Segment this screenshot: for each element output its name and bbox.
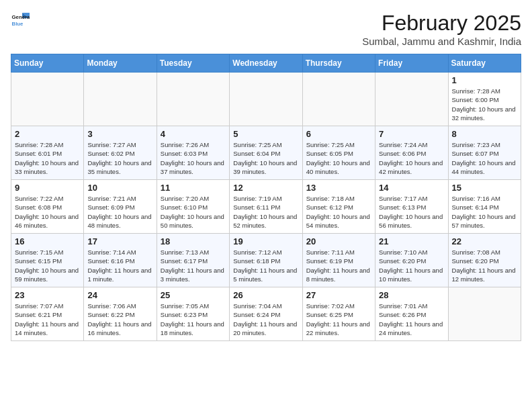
weekday-header: Monday [84, 54, 157, 73]
day-info: Sunrise: 7:12 AM Sunset: 6:18 PM Dayligh… [233, 248, 298, 283]
day-number: 10 [87, 183, 152, 193]
day-number: 23 [15, 290, 80, 300]
svg-text:Blue: Blue [12, 21, 24, 27]
day-info: Sunrise: 7:11 AM Sunset: 6:19 PM Dayligh… [306, 248, 371, 283]
calendar-cell: 15Sunrise: 7:16 AM Sunset: 6:14 PM Dayli… [448, 180, 521, 234]
day-info: Sunrise: 7:26 AM Sunset: 6:03 PM Dayligh… [161, 140, 226, 176]
calendar-cell [448, 287, 521, 341]
day-info: Sunrise: 7:10 AM Sunset: 6:20 PM Dayligh… [379, 248, 444, 283]
calendar-cell: 27Sunrise: 7:02 AM Sunset: 6:25 PM Dayli… [302, 287, 375, 341]
calendar-cell: 28Sunrise: 7:01 AM Sunset: 6:26 PM Dayli… [375, 287, 448, 341]
calendar-cell [11, 73, 84, 126]
calendar-cell [84, 73, 157, 126]
day-number: 20 [306, 236, 371, 246]
calendar-week-row: 9Sunrise: 7:22 AM Sunset: 6:08 PM Daylig… [11, 180, 521, 234]
calendar-cell [230, 73, 302, 126]
calendar-cell: 8Sunrise: 7:23 AM Sunset: 6:07 PM Daylig… [448, 126, 521, 180]
day-info: Sunrise: 7:19 AM Sunset: 6:11 PM Dayligh… [233, 194, 298, 230]
weekday-header: Wednesday [230, 54, 302, 73]
day-info: Sunrise: 7:22 AM Sunset: 6:08 PM Dayligh… [15, 194, 80, 230]
calendar-cell: 12Sunrise: 7:19 AM Sunset: 6:11 PM Dayli… [230, 180, 302, 234]
day-info: Sunrise: 7:25 AM Sunset: 6:05 PM Dayligh… [306, 140, 371, 176]
day-info: Sunrise: 7:20 AM Sunset: 6:10 PM Dayligh… [161, 194, 226, 230]
calendar-cell [375, 73, 448, 126]
day-number: 14 [379, 183, 444, 193]
weekday-header: Saturday [448, 54, 521, 73]
day-number: 9 [15, 183, 80, 193]
day-info: Sunrise: 7:05 AM Sunset: 6:23 PM Dayligh… [161, 302, 226, 337]
calendar-cell: 18Sunrise: 7:13 AM Sunset: 6:17 PM Dayli… [157, 234, 229, 287]
day-info: Sunrise: 7:01 AM Sunset: 6:26 PM Dayligh… [379, 302, 444, 337]
calendar-cell: 13Sunrise: 7:18 AM Sunset: 6:12 PM Dayli… [302, 180, 375, 234]
day-info: Sunrise: 7:23 AM Sunset: 6:07 PM Dayligh… [452, 140, 517, 176]
calendar-cell: 21Sunrise: 7:10 AM Sunset: 6:20 PM Dayli… [375, 234, 448, 287]
day-info: Sunrise: 7:18 AM Sunset: 6:12 PM Dayligh… [306, 194, 371, 230]
weekday-header: Thursday [302, 54, 375, 73]
day-number: 2 [15, 129, 80, 139]
day-info: Sunrise: 7:15 AM Sunset: 6:15 PM Dayligh… [15, 248, 80, 283]
calendar-cell: 6Sunrise: 7:25 AM Sunset: 6:05 PM Daylig… [302, 126, 375, 180]
day-number: 21 [379, 236, 444, 246]
day-number: 18 [161, 236, 226, 246]
day-number: 24 [87, 290, 152, 300]
day-info: Sunrise: 7:27 AM Sunset: 6:02 PM Dayligh… [87, 140, 152, 176]
calendar-cell: 4Sunrise: 7:26 AM Sunset: 6:03 PM Daylig… [157, 126, 229, 180]
day-number: 17 [87, 236, 152, 246]
calendar-cell [157, 73, 229, 126]
calendar-cell: 26Sunrise: 7:04 AM Sunset: 6:24 PM Dayli… [230, 287, 302, 341]
day-number: 5 [233, 129, 298, 139]
svg-text:General: General [12, 14, 30, 20]
calendar-week-row: 1Sunrise: 7:28 AM Sunset: 6:00 PM Daylig… [11, 73, 521, 126]
day-info: Sunrise: 7:04 AM Sunset: 6:24 PM Dayligh… [233, 302, 298, 337]
day-number: 25 [161, 290, 226, 300]
day-number: 4 [161, 129, 226, 139]
day-info: Sunrise: 7:16 AM Sunset: 6:14 PM Dayligh… [452, 194, 517, 230]
calendar-table: SundayMondayTuesdayWednesdayThursdayFrid… [11, 54, 521, 341]
calendar-cell: 17Sunrise: 7:14 AM Sunset: 6:16 PM Dayli… [84, 234, 157, 287]
calendar-cell: 14Sunrise: 7:17 AM Sunset: 6:13 PM Dayli… [375, 180, 448, 234]
day-info: Sunrise: 7:21 AM Sunset: 6:09 PM Dayligh… [87, 194, 152, 230]
logo: General Blue [11, 11, 30, 30]
day-number: 22 [452, 236, 517, 246]
calendar-cell: 25Sunrise: 7:05 AM Sunset: 6:23 PM Dayli… [157, 287, 229, 341]
day-number: 7 [379, 129, 444, 139]
day-number: 16 [15, 236, 80, 246]
day-number: 6 [306, 129, 371, 139]
calendar-cell: 11Sunrise: 7:20 AM Sunset: 6:10 PM Dayli… [157, 180, 229, 234]
day-info: Sunrise: 7:17 AM Sunset: 6:13 PM Dayligh… [379, 194, 444, 230]
calendar-cell: 9Sunrise: 7:22 AM Sunset: 6:08 PM Daylig… [11, 180, 84, 234]
day-number: 26 [233, 290, 298, 300]
day-number: 27 [306, 290, 371, 300]
calendar-cell: 10Sunrise: 7:21 AM Sunset: 6:09 PM Dayli… [84, 180, 157, 234]
calendar-cell: 2Sunrise: 7:28 AM Sunset: 6:01 PM Daylig… [11, 126, 84, 180]
day-info: Sunrise: 7:06 AM Sunset: 6:22 PM Dayligh… [87, 302, 152, 337]
day-number: 1 [452, 75, 517, 85]
day-info: Sunrise: 7:13 AM Sunset: 6:17 PM Dayligh… [161, 248, 226, 283]
location-subtitle: Sumbal, Jammu and Kashmir, India [362, 36, 521, 47]
day-info: Sunrise: 7:08 AM Sunset: 6:20 PM Dayligh… [452, 248, 517, 283]
weekday-header: Tuesday [157, 54, 229, 73]
day-info: Sunrise: 7:14 AM Sunset: 6:16 PM Dayligh… [87, 248, 152, 283]
day-info: Sunrise: 7:25 AM Sunset: 6:04 PM Dayligh… [233, 140, 298, 176]
calendar-cell: 23Sunrise: 7:07 AM Sunset: 6:21 PM Dayli… [11, 287, 84, 341]
day-info: Sunrise: 7:02 AM Sunset: 6:25 PM Dayligh… [306, 302, 371, 337]
logo-icon: General Blue [11, 11, 30, 30]
day-number: 13 [306, 183, 371, 193]
calendar-week-row: 23Sunrise: 7:07 AM Sunset: 6:21 PM Dayli… [11, 287, 521, 341]
title-block: February 2025 Sumbal, Jammu and Kashmir,… [362, 11, 521, 47]
calendar-cell: 3Sunrise: 7:27 AM Sunset: 6:02 PM Daylig… [84, 126, 157, 180]
day-number: 19 [233, 236, 298, 246]
weekday-header-row: SundayMondayTuesdayWednesdayThursdayFrid… [11, 54, 521, 73]
calendar-week-row: 16Sunrise: 7:15 AM Sunset: 6:15 PM Dayli… [11, 234, 521, 287]
calendar-cell [302, 73, 375, 126]
calendar-cell: 16Sunrise: 7:15 AM Sunset: 6:15 PM Dayli… [11, 234, 84, 287]
calendar-cell: 5Sunrise: 7:25 AM Sunset: 6:04 PM Daylig… [230, 126, 302, 180]
day-info: Sunrise: 7:28 AM Sunset: 6:00 PM Dayligh… [452, 87, 517, 122]
calendar-cell: 19Sunrise: 7:12 AM Sunset: 6:18 PM Dayli… [230, 234, 302, 287]
day-number: 11 [161, 183, 226, 193]
day-number: 15 [452, 183, 517, 193]
calendar-week-row: 2Sunrise: 7:28 AM Sunset: 6:01 PM Daylig… [11, 126, 521, 180]
calendar-cell: 24Sunrise: 7:06 AM Sunset: 6:22 PM Dayli… [84, 287, 157, 341]
month-title: February 2025 [362, 11, 521, 36]
calendar-cell: 20Sunrise: 7:11 AM Sunset: 6:19 PM Dayli… [302, 234, 375, 287]
